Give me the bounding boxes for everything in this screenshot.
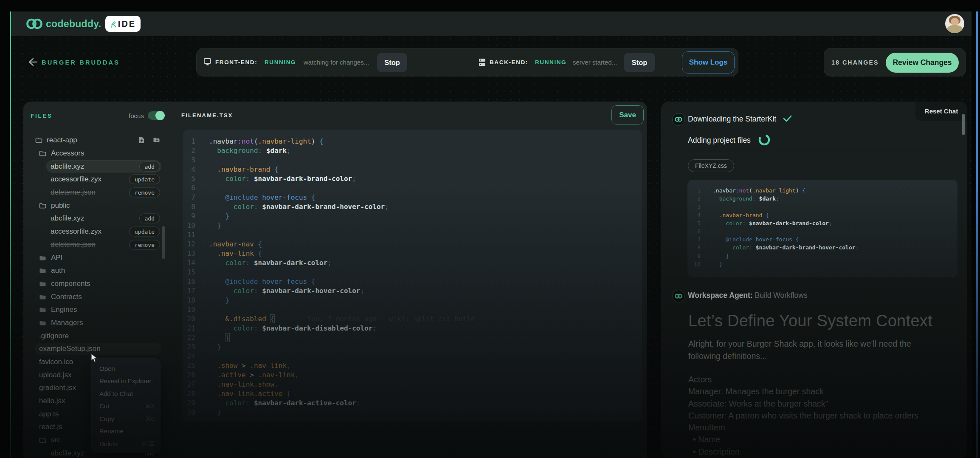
context-menu-item[interactable]: Cut⌘X: [92, 400, 160, 413]
folder-filled-icon: [39, 268, 46, 274]
chat-divider: [688, 151, 948, 151]
folder-filled-icon: [39, 319, 46, 326]
context-menu-item[interactable]: Copy⌘C: [92, 412, 160, 425]
chat-step-adding: Adding project files: [688, 133, 771, 146]
folder-open-icon: [39, 437, 46, 444]
file-tree-scrollbar[interactable]: [162, 226, 165, 259]
folder-open-icon: [39, 202, 46, 209]
workspace-panel: FILES focus react-appAccessorsabcfile.xy…: [23, 102, 647, 458]
chat-list-item: Associate: Works at the burger shack": [688, 398, 918, 410]
folder-tree-item[interactable]: public: [23, 199, 163, 212]
file-status-badge: remove: [129, 188, 160, 198]
changes-card: 18 CHANGES Review Changes: [824, 48, 966, 76]
workspace-agent-row: Workspace Agent: Build Workflows: [688, 291, 808, 300]
file-status-badge: add: [139, 214, 160, 223]
files-panel-title: FILES: [31, 113, 53, 119]
chat-panel: Reset Chat Downloading the StarterKit Ad…: [661, 102, 967, 458]
agent-avatar-icon: [672, 290, 685, 303]
focus-label: focus: [129, 112, 144, 119]
agent-avatar-icon: [672, 113, 685, 126]
folder-tree-item[interactable]: react-app: [23, 134, 163, 147]
codebuddy-logo-icon: [26, 18, 42, 31]
mouse-cursor: [90, 353, 99, 365]
file-tree-item[interactable]: accessorfile.zyxupdate: [23, 173, 163, 186]
status-bar: FRONT-END: RUNNING watching for changes.…: [196, 48, 738, 76]
show-logs-button[interactable]: Show Logs: [682, 51, 735, 74]
folder-filled-icon: [39, 294, 46, 300]
back-end-state: RUNNING: [535, 59, 566, 65]
front-end-message: watching for changes...: [304, 59, 369, 66]
review-changes-button[interactable]: Review Changes: [886, 53, 959, 73]
chat-list-item: Manager: Manages the burger shack: [688, 385, 918, 397]
chat-step-download: Downloading the StarterKit: [688, 115, 793, 124]
folder-tree-item[interactable]: Managers: [23, 317, 163, 330]
folder-open-icon: [35, 137, 42, 144]
chat-definitions-list: ActorsManager: Manages the burger shackA…: [688, 373, 918, 458]
chat-list-item: Actors: [688, 373, 918, 385]
spinner-icon: [758, 133, 771, 146]
back-button[interactable]: [26, 57, 37, 68]
file-tree-item[interactable]: accessorfile.zyxupdate: [23, 225, 163, 238]
folder-filled-icon: [39, 307, 46, 313]
changes-count: 18 CHANGES: [831, 59, 879, 66]
context-menu-item[interactable]: Add to Chat: [92, 387, 160, 400]
file-status-badge: update: [129, 227, 160, 237]
brand-name: codebuddy.: [46, 18, 101, 30]
folder-filled-icon: [39, 254, 46, 261]
chat-list-item: MenuItem: [688, 421, 918, 433]
front-end-state: RUNNING: [265, 59, 296, 65]
ide-badge-r-icon: [110, 20, 117, 28]
folder-tree-item[interactable]: components: [23, 277, 163, 291]
front-end-stop-button[interactable]: Stop: [377, 53, 407, 72]
chat-list-item: Customer: A patron who visits the burger…: [688, 410, 918, 421]
new-file-icon: [138, 137, 145, 144]
reset-chat-button[interactable]: Reset Chat: [915, 102, 967, 121]
check-icon: [783, 115, 793, 122]
ide-badge: IDE: [105, 16, 141, 32]
file-tree-item[interactable]: deleteme.jsonremove: [23, 186, 163, 199]
back-end-stop-button[interactable]: Stop: [624, 53, 655, 72]
file-status-badge: remove: [129, 240, 160, 249]
file-tree-item[interactable]: abcfile.xyzadd: [23, 160, 163, 173]
back-end-label: BACK-END:: [490, 59, 528, 65]
app-background: codebuddy. IDE BURGER BRUDDAS FRONT-END:…: [11, 11, 972, 458]
window-right-border: [976, 11, 978, 458]
folder-tree-item[interactable]: Accessors: [23, 147, 163, 160]
file-tree-item[interactable]: deleteme.jsonremove: [23, 238, 163, 252]
chat-code-block: 1.navbar:not(.navbar-light) {2 backgroun…: [687, 180, 957, 277]
folder-tree-item[interactable]: auth: [23, 264, 163, 277]
code-editor[interactable]: 1.navbar:not(.navbar-light) {2 backgroun…: [183, 130, 642, 421]
chat-heading: Let’s Define Your System Context: [688, 312, 932, 330]
folder-tree-item[interactable]: Engines: [23, 303, 163, 317]
chat-list-item: • Name: [693, 433, 918, 445]
context-menu-item[interactable]: Rename: [92, 425, 160, 438]
file-tree-item[interactable]: .gitignore: [23, 329, 163, 342]
context-menu-item[interactable]: Open: [92, 362, 160, 375]
chat-scrollbar[interactable]: [962, 114, 965, 135]
back-end-message: server started...: [573, 59, 617, 66]
save-button[interactable]: Save: [611, 105, 644, 124]
folder-tree-item[interactable]: API: [23, 251, 163, 264]
server-icon: [479, 58, 486, 68]
ide-badge-label: IDE: [118, 19, 136, 29]
front-end-label: FRONT-END:: [215, 59, 257, 65]
editor-filename: FILENAME.TSX: [181, 112, 233, 119]
file-status-badge: update: [129, 175, 160, 184]
project-name[interactable]: BURGER BRUDDAS: [42, 59, 120, 66]
chat-paragraph: Alright, for your Burger Shack app, it l…: [688, 338, 911, 362]
context-menu-item[interactable]: Delete⌘⌫: [92, 437, 160, 450]
new-folder-icon: [153, 137, 160, 143]
file-chip[interactable]: FileXYZ.css: [688, 159, 734, 172]
folder-open-icon: [39, 150, 46, 157]
folder-tree-item[interactable]: Contracts: [23, 290, 163, 303]
context-menu: OpenReveal in ExplorerAdd to ChatCut⌘XCo…: [91, 358, 161, 453]
user-avatar[interactable]: [945, 14, 964, 33]
folder-filled-icon: [39, 280, 46, 287]
file-tree-item[interactable]: abcfile.xyzadd: [23, 212, 163, 225]
context-menu-item[interactable]: Reveal in Explorer: [92, 375, 160, 387]
monitor-icon: [203, 58, 211, 68]
file-status-badge: add: [139, 161, 160, 171]
focus-toggle[interactable]: [148, 111, 164, 120]
chat-list-item: • Description: [693, 446, 918, 458]
app-header: codebuddy. IDE: [11, 11, 972, 36]
